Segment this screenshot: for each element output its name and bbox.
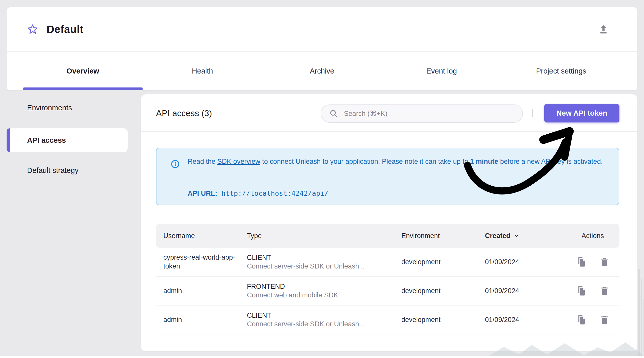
star-outline-icon <box>27 24 38 35</box>
panel-header-divider <box>141 131 637 132</box>
panel-title: API access (3) <box>156 108 212 118</box>
token-actions <box>573 256 619 268</box>
token-type: CLIENT Connect server-side SDK or Unleas… <box>247 253 401 271</box>
trash-icon <box>599 314 610 325</box>
toolbar-divider <box>532 109 533 117</box>
tab-health[interactable]: Health <box>143 52 262 90</box>
token-username: cypress-real-world-app-token <box>163 253 247 271</box>
col-actions: Actions <box>573 232 619 240</box>
delete-token-button[interactable] <box>599 314 610 326</box>
new-api-token-button[interactable]: New API token <box>544 104 619 122</box>
col-type: Type <box>247 232 401 240</box>
table-row: admin FRONTEND Connect web and mobile SD… <box>156 277 619 306</box>
alert-message: Read the SDK overview to connect Unleash… <box>188 156 607 167</box>
background-texture-edge <box>637 269 644 356</box>
info-alert: Read the SDK overview to connect Unleash… <box>156 148 619 205</box>
api-url-value: http://localhost:4242/api/ <box>217 189 328 197</box>
token-actions <box>573 285 619 297</box>
token-username: admin <box>163 315 247 324</box>
api-url-line: API URL: http://localhost:4242/api/ <box>188 189 328 198</box>
col-username: Username <box>163 232 247 240</box>
col-created-sort[interactable]: Created <box>485 232 573 240</box>
sidebar-item-environments[interactable]: Environments <box>7 96 128 120</box>
favorite-star-button[interactable] <box>27 24 38 35</box>
upload-icon <box>598 24 609 35</box>
table-row: cypress-real-world-app-token CLIENT Conn… <box>156 248 619 277</box>
token-created: 01/09/2024 <box>485 316 573 324</box>
search-input[interactable] <box>343 110 515 118</box>
project-page: Default Overview Health Archive Event lo… <box>0 0 644 358</box>
token-type: FRONTEND Connect web and mobile SDK <box>247 282 401 299</box>
token-actions <box>573 314 619 326</box>
delete-token-button[interactable] <box>599 256 610 268</box>
api-tokens-table: Username Type Environment Created Action… <box>156 224 619 334</box>
trash-icon <box>599 256 610 267</box>
token-type: CLIENT Connect server-side SDK or Unleas… <box>247 311 401 328</box>
copy-token-button[interactable] <box>575 285 587 297</box>
token-created: 01/09/2024 <box>485 287 573 295</box>
tab-archive[interactable]: Archive <box>262 52 382 90</box>
project-title-row: Default <box>7 7 637 51</box>
sidebar-item-api-access[interactable]: API access <box>7 128 128 152</box>
copy-token-button[interactable] <box>575 256 587 268</box>
token-created: 01/09/2024 <box>485 258 573 266</box>
token-environment: development <box>401 316 485 324</box>
token-environment: development <box>401 258 485 266</box>
copy-icon <box>575 285 587 297</box>
info-circle-icon <box>171 159 180 169</box>
delete-token-button[interactable] <box>599 285 610 297</box>
tab-project-settings[interactable]: Project settings <box>501 52 621 90</box>
token-username: admin <box>163 287 247 295</box>
sdk-overview-link[interactable]: SDK overview <box>217 158 260 165</box>
chevron-down-icon <box>513 232 520 239</box>
col-environment: Environment <box>401 232 485 240</box>
page-title: Default <box>47 23 84 35</box>
table-row: admin CLIENT Connect server-side SDK or … <box>156 306 619 334</box>
bottom-white-band <box>0 356 644 358</box>
trash-icon <box>599 285 610 296</box>
export-button[interactable] <box>597 24 610 36</box>
search-field <box>321 104 523 123</box>
sidebar-item-default-strategy[interactable]: Default strategy <box>7 158 128 182</box>
tab-overview[interactable]: Overview <box>23 52 143 90</box>
active-tab-underline <box>23 87 143 90</box>
copy-token-button[interactable] <box>575 314 587 326</box>
copy-icon <box>575 314 587 326</box>
project-tab-bar: Overview Health Archive Event log Projec… <box>23 52 621 90</box>
magnifier-icon <box>329 109 339 119</box>
copy-icon <box>575 256 587 268</box>
tab-event-log[interactable]: Event log <box>382 52 501 90</box>
project-header-card: Default Overview Health Archive Event lo… <box>7 7 637 90</box>
active-item-accent-bar <box>7 128 10 152</box>
table-header-row: Username Type Environment Created Action… <box>156 224 619 248</box>
token-environment: development <box>401 287 485 295</box>
api-access-panel: API access (3) New API token Read the SD… <box>141 94 637 351</box>
